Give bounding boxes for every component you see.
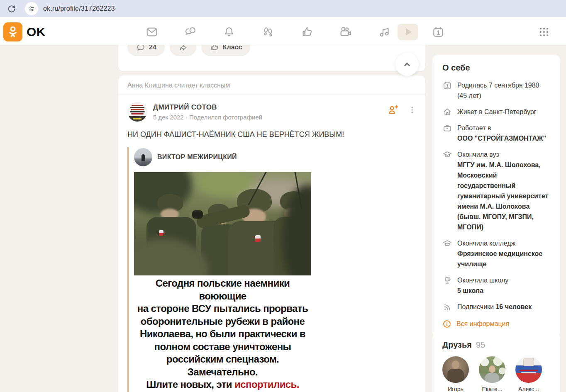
likes-icon[interactable] (300, 25, 314, 39)
about-item-subscribers: Подписчики 16 человек (442, 302, 550, 312)
birthday-text: Родилась 7 сентября 1980 (45 лет) (457, 80, 550, 101)
college-value: Фрязинское медицинское училище (457, 250, 542, 268)
friends-title: Друзья (442, 340, 472, 350)
ok-top-navigation: OK (0, 19, 566, 45)
add-friend-icon[interactable] (387, 104, 399, 116)
repost-author-name[interactable]: ВИКТОР МЕЖИРИЦКИЙ (157, 153, 237, 161)
post-card: Анна Клишина считает классным ДМИТРИЙ СО… (118, 75, 425, 392)
events-calendar-icon[interactable] (432, 25, 445, 39)
all-info-link[interactable]: Вся информация (456, 320, 509, 328)
meme-line: на стороне ВСУ пытались прорвать (134, 302, 311, 315)
university-value: МГГУ им. М.А. Шолохова, Московский госуд… (457, 161, 548, 231)
post-header-actions (387, 104, 416, 116)
meme-line: Сегодня польские наемники воюющие (134, 277, 311, 302)
about-card: О себе Родилась 7 сентября 1980 (45 лет)… (432, 55, 560, 338)
subscribers-label: Подписчики (457, 303, 494, 310)
meme-text-block: Сегодня польские наемники воюющие на сто… (134, 275, 311, 392)
school-text: Окончила школу 5 школа (457, 275, 508, 296)
meme-line: оборонительные рубежи в районе (134, 315, 311, 328)
friend-name[interactable]: Алекс... (515, 386, 542, 392)
apps-grid-icon[interactable] (538, 26, 550, 38)
friends-count: 95 (476, 340, 485, 350)
post-header: ДМИТРИЙ СОТОВ 5 дек 2022 · Поделился фот… (118, 95, 425, 122)
subscribers-value: 16 человек (495, 303, 532, 310)
scroll-to-top-button[interactable] (395, 53, 419, 76)
post-author-avatar[interactable] (127, 102, 147, 122)
repost-block: ВИКТОР МЕЖИРИЦКИЙ (127, 147, 425, 392)
meme-tail-black: Шлите новых, эти (146, 379, 232, 390)
about-item-work: Работает в ООО "СТРОЙГАЗМОНТАЖ" (442, 123, 550, 144)
post-menu-icon[interactable] (408, 106, 416, 114)
friends-row: Игорь Екате... Алекс... (442, 356, 550, 392)
work-label: Работает в (457, 124, 491, 131)
messages-icon[interactable] (145, 25, 159, 39)
repost-author-avatar[interactable] (134, 148, 152, 166)
video-play-highlight-icon[interactable] (398, 24, 418, 40)
meme-line: Николаева, но были практически в (134, 328, 311, 341)
friend-avatar (442, 356, 469, 383)
university-label: Окончила вуз (457, 151, 499, 158)
friend-avatar (515, 356, 542, 383)
about-list: Родилась 7 сентября 1980 (45 лет) Живет … (442, 80, 550, 312)
friends-card: Друзья 95 Игорь Екате... Алекс... (432, 333, 560, 392)
subscribers-text: Подписчики 16 человек (457, 302, 532, 312)
about-item-city: Живет в Санкт-Петербург (442, 107, 550, 117)
all-info-link-row[interactable]: Вся информация (442, 319, 550, 329)
city-text: Живет в Санкт-Петербург (457, 107, 537, 117)
work-text: Работает в ООО "СТРОЙГАЗМОНТАЖ" (457, 123, 546, 144)
activity-header: Анна Клишина считает классным (118, 75, 425, 95)
notifications-icon[interactable] (222, 25, 236, 39)
school-label: Окончила школу (457, 277, 508, 284)
university-text: Окончила вуз МГГУ им. М.А. Шолохова, Мос… (457, 149, 550, 232)
soldiers-photo (134, 172, 311, 275)
school-value: 5 школа (457, 287, 483, 294)
friend-item[interactable]: Игорь (442, 356, 469, 392)
subscribers-rss-icon (442, 302, 452, 312)
friends-header: Друзья 95 (442, 340, 550, 350)
work-value: ООО "СТРОЙГАЗМОНТАЖ" (457, 135, 546, 142)
about-item-school: Окончила школу 5 школа (442, 275, 550, 296)
home-icon (442, 107, 452, 117)
about-item-college: Окончила колледж Фрязинское медицинское … (442, 238, 550, 269)
meme-line: Замечательно. (134, 366, 311, 379)
college-label: Окончила колледж (457, 240, 515, 247)
meme-last-line: Шлите новых, эти испортились. (134, 378, 311, 391)
browser-address-bar: ok.ru/profile/317262223 (0, 0, 566, 17)
graduation-cap-icon (442, 149, 452, 232)
friend-item[interactable]: Екате... (479, 356, 505, 392)
video-icon[interactable] (339, 25, 353, 39)
post-meta: 5 дек 2022 · Поделился фотографией (153, 114, 262, 121)
discussions-icon[interactable] (184, 25, 197, 39)
site-settings-icon[interactable] (25, 2, 38, 15)
url-field[interactable]: ok.ru/profile/317262223 (43, 5, 115, 12)
friend-name[interactable]: Екате... (479, 386, 505, 392)
play-triangle-icon (406, 28, 412, 36)
info-icon (442, 319, 451, 329)
music-icon[interactable] (378, 25, 391, 39)
guests-icon[interactable] (261, 25, 275, 39)
repost-header: ВИКТОР МЕЖИРИЦКИЙ (134, 147, 425, 166)
friend-avatar (479, 356, 505, 383)
birthday-calendar-icon (442, 80, 452, 101)
college-text: Окончила колледж Фрязинское медицинское … (457, 238, 550, 269)
friend-name[interactable]: Игорь (442, 386, 469, 392)
about-item-university: Окончила вуз МГГУ им. М.А. Шолохова, Мос… (442, 149, 550, 232)
header-icon-row (0, 19, 566, 45)
meme-line: российским спецназом. (134, 353, 311, 366)
meme-tail-red: испортились. (234, 379, 299, 390)
about-title: О себе (442, 63, 550, 73)
repost-photo-figure[interactable]: Сегодня польские наемники воюющие на сто… (134, 172, 311, 392)
about-item-birthday: Родилась 7 сентября 1980 (45 лет) (442, 80, 550, 101)
post-author-block: ДМИТРИЙ СОТОВ 5 дек 2022 · Поделился фот… (153, 103, 262, 121)
post-text: НИ ОДИН ФАШИСТ-НАЁМНИК США НЕ ВЕРНЁТСЯ Ж… (118, 122, 425, 141)
graduation-cap-icon (442, 238, 452, 269)
chrome-gap (0, 17, 566, 19)
briefcase-icon (442, 123, 452, 144)
meme-line: полном составе уничтожены (134, 341, 311, 353)
post-author-name[interactable]: ДМИТРИЙ СОТОВ (153, 103, 262, 112)
friend-item[interactable]: Алекс... (515, 356, 542, 392)
school-globe-icon (442, 275, 452, 296)
reload-icon[interactable] (6, 3, 17, 15)
